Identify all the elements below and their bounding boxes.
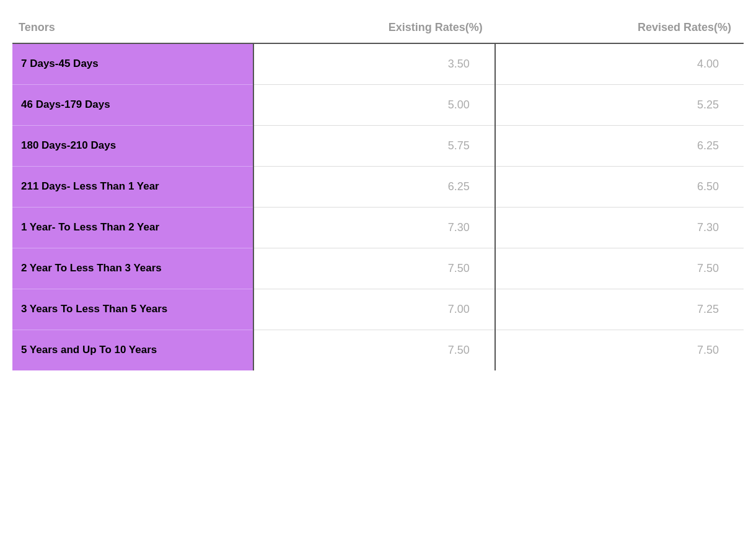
revised-rate-cell: 7.30: [495, 208, 744, 248]
tenor-cell: 2 Year To Less Than 3 Years: [12, 248, 253, 289]
rates-table-wrapper: Tenors Existing Rates(%) Revised Rates(%…: [12, 12, 744, 370]
revised-rate-cell: 5.25: [495, 85, 744, 126]
table-row: 1 Year- To Less Than 2 Year7.307.30: [12, 208, 744, 248]
tenor-cell: 3 Years To Less Than 5 Years: [12, 289, 253, 330]
revised-rate-cell: 6.50: [495, 167, 744, 208]
table-row: 7 Days-45 Days3.504.00: [12, 43, 744, 85]
revised-rate-cell: 6.25: [495, 126, 744, 167]
table-row: 3 Years To Less Than 5 Years7.007.25: [12, 289, 744, 330]
existing-rate-cell: 7.00: [253, 289, 494, 330]
existing-rate-cell: 7.50: [253, 330, 494, 371]
tenor-cell: 180 Days-210 Days: [12, 126, 253, 167]
table-row: 211 Days- Less Than 1 Year6.256.50: [12, 167, 744, 208]
tenor-cell: 1 Year- To Less Than 2 Year: [12, 208, 253, 248]
existing-rate-cell: 5.00: [253, 85, 494, 126]
existing-rate-cell: 5.75: [253, 126, 494, 167]
header-revised-rates: Revised Rates(%): [495, 12, 744, 43]
header-existing-rates: Existing Rates(%): [253, 12, 494, 43]
table-header-row: Tenors Existing Rates(%) Revised Rates(%…: [12, 12, 744, 43]
tenor-cell: 5 Years and Up To 10 Years: [12, 330, 253, 371]
revised-rate-cell: 7.50: [495, 248, 744, 289]
existing-rate-cell: 6.25: [253, 167, 494, 208]
existing-rate-cell: 3.50: [253, 43, 494, 85]
existing-rate-cell: 7.50: [253, 248, 494, 289]
table-body: 7 Days-45 Days3.504.0046 Days-179 Days5.…: [12, 43, 744, 370]
table-row: 2 Year To Less Than 3 Years7.507.50: [12, 248, 744, 289]
header-tenors: Tenors: [12, 12, 253, 43]
table-row: 180 Days-210 Days5.756.25: [12, 126, 744, 167]
rates-table: Tenors Existing Rates(%) Revised Rates(%…: [12, 12, 744, 370]
table-row: 46 Days-179 Days5.005.25: [12, 85, 744, 126]
revised-rate-cell: 4.00: [495, 43, 744, 85]
tenor-cell: 211 Days- Less Than 1 Year: [12, 167, 253, 208]
tenor-cell: 46 Days-179 Days: [12, 85, 253, 126]
revised-rate-cell: 7.50: [495, 330, 744, 371]
existing-rate-cell: 7.30: [253, 208, 494, 248]
revised-rate-cell: 7.25: [495, 289, 744, 330]
tenor-cell: 7 Days-45 Days: [12, 43, 253, 85]
table-row: 5 Years and Up To 10 Years7.507.50: [12, 330, 744, 371]
